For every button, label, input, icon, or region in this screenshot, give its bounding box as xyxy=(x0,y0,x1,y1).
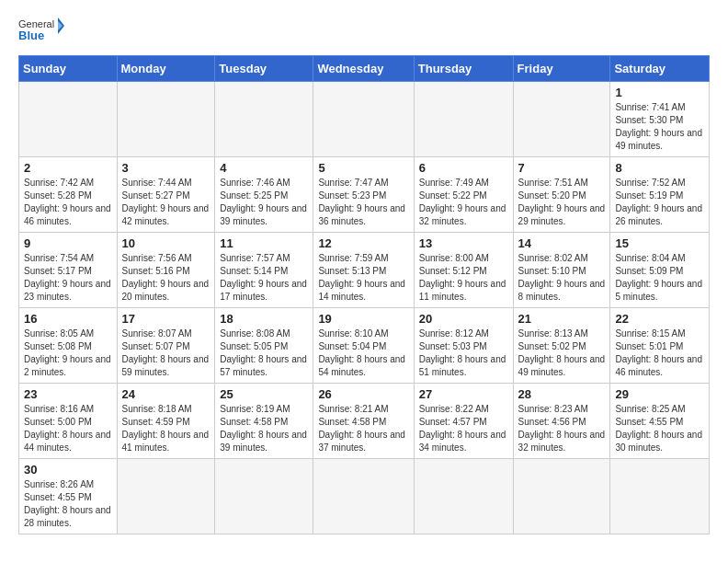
day-info: Sunrise: 8:25 AM Sunset: 4:55 PM Dayligh… xyxy=(615,403,704,454)
day-number: 29 xyxy=(615,387,704,401)
day-cell: 13Sunrise: 8:00 AM Sunset: 5:12 PM Dayli… xyxy=(414,233,513,308)
calendar-table: SundayMondayTuesdayWednesdayThursdayFrid… xyxy=(18,55,710,534)
day-number: 8 xyxy=(615,161,704,175)
day-info: Sunrise: 8:04 AM Sunset: 5:09 PM Dayligh… xyxy=(615,252,704,304)
day-cell xyxy=(414,459,513,534)
day-cell xyxy=(513,459,610,534)
day-cell: 1Sunrise: 7:41 AM Sunset: 5:30 PM Daylig… xyxy=(610,82,710,157)
week-row-1: 1Sunrise: 7:41 AM Sunset: 5:30 PM Daylig… xyxy=(19,82,710,157)
calendar-header-row: SundayMondayTuesdayWednesdayThursdayFrid… xyxy=(19,56,710,82)
day-number: 15 xyxy=(615,236,704,250)
day-info: Sunrise: 8:19 AM Sunset: 4:58 PM Dayligh… xyxy=(220,403,308,454)
day-info: Sunrise: 7:47 AM Sunset: 5:23 PM Dayligh… xyxy=(318,177,408,228)
day-info: Sunrise: 8:10 AM Sunset: 5:04 PM Dayligh… xyxy=(318,327,408,379)
day-cell: 24Sunrise: 8:18 AM Sunset: 4:59 PM Dayli… xyxy=(117,384,215,459)
week-row-4: 16Sunrise: 8:05 AM Sunset: 5:08 PM Dayli… xyxy=(19,308,710,384)
col-header-wednesday: Wednesday xyxy=(313,56,414,82)
col-header-tuesday: Tuesday xyxy=(215,56,313,82)
day-info: Sunrise: 8:00 AM Sunset: 5:12 PM Dayligh… xyxy=(419,252,508,304)
day-number: 19 xyxy=(318,312,408,326)
day-info: Sunrise: 7:54 AM Sunset: 5:17 PM Dayligh… xyxy=(24,252,112,304)
day-cell: 29Sunrise: 8:25 AM Sunset: 4:55 PM Dayli… xyxy=(610,384,710,459)
day-info: Sunrise: 7:42 AM Sunset: 5:28 PM Dayligh… xyxy=(24,177,112,228)
day-cell xyxy=(215,459,313,534)
day-cell: 17Sunrise: 8:07 AM Sunset: 5:07 PM Dayli… xyxy=(117,308,215,384)
day-info: Sunrise: 7:57 AM Sunset: 5:14 PM Dayligh… xyxy=(220,252,308,304)
day-number: 27 xyxy=(419,387,508,401)
day-cell: 27Sunrise: 8:22 AM Sunset: 4:57 PM Dayli… xyxy=(414,384,513,459)
day-cell xyxy=(215,82,313,157)
day-info: Sunrise: 8:07 AM Sunset: 5:07 PM Dayligh… xyxy=(122,327,210,379)
col-header-friday: Friday xyxy=(513,56,610,82)
day-info: Sunrise: 7:41 AM Sunset: 5:30 PM Dayligh… xyxy=(615,101,704,153)
day-cell xyxy=(414,82,513,157)
page: General Blue SundayMondayTuesdayWednesda… xyxy=(0,0,728,553)
col-header-monday: Monday xyxy=(117,56,215,82)
day-cell: 3Sunrise: 7:44 AM Sunset: 5:27 PM Daylig… xyxy=(117,157,215,233)
day-cell: 12Sunrise: 7:59 AM Sunset: 5:13 PM Dayli… xyxy=(313,233,414,308)
day-info: Sunrise: 8:02 AM Sunset: 5:10 PM Dayligh… xyxy=(518,252,606,304)
day-info: Sunrise: 7:52 AM Sunset: 5:19 PM Dayligh… xyxy=(615,177,704,228)
day-number: 14 xyxy=(518,236,606,250)
day-info: Sunrise: 8:05 AM Sunset: 5:08 PM Dayligh… xyxy=(24,327,112,379)
day-cell xyxy=(117,459,215,534)
day-cell: 5Sunrise: 7:47 AM Sunset: 5:23 PM Daylig… xyxy=(313,157,414,233)
day-info: Sunrise: 8:13 AM Sunset: 5:02 PM Dayligh… xyxy=(518,327,606,379)
day-cell xyxy=(19,82,118,157)
day-cell: 10Sunrise: 7:56 AM Sunset: 5:16 PM Dayli… xyxy=(117,233,215,308)
day-number: 22 xyxy=(615,312,704,326)
day-cell: 8Sunrise: 7:52 AM Sunset: 5:19 PM Daylig… xyxy=(610,157,710,233)
day-info: Sunrise: 8:22 AM Sunset: 4:57 PM Dayligh… xyxy=(419,403,508,454)
day-number: 16 xyxy=(24,312,112,326)
day-info: Sunrise: 7:56 AM Sunset: 5:16 PM Dayligh… xyxy=(122,252,210,304)
day-info: Sunrise: 8:08 AM Sunset: 5:05 PM Dayligh… xyxy=(220,327,308,379)
day-cell: 25Sunrise: 8:19 AM Sunset: 4:58 PM Dayli… xyxy=(215,384,313,459)
logo: General Blue xyxy=(18,15,64,46)
day-cell: 22Sunrise: 8:15 AM Sunset: 5:01 PM Dayli… xyxy=(610,308,710,384)
day-cell xyxy=(313,82,414,157)
day-number: 26 xyxy=(318,387,408,401)
day-number: 3 xyxy=(122,161,210,175)
day-number: 10 xyxy=(122,236,210,250)
week-row-3: 9Sunrise: 7:54 AM Sunset: 5:17 PM Daylig… xyxy=(19,233,710,308)
day-number: 5 xyxy=(318,161,408,175)
week-row-2: 2Sunrise: 7:42 AM Sunset: 5:28 PM Daylig… xyxy=(19,157,710,233)
day-info: Sunrise: 8:21 AM Sunset: 4:58 PM Dayligh… xyxy=(318,403,408,454)
week-row-6: 30Sunrise: 8:26 AM Sunset: 4:55 PM Dayli… xyxy=(19,459,710,534)
day-info: Sunrise: 8:12 AM Sunset: 5:03 PM Dayligh… xyxy=(419,327,508,379)
day-info: Sunrise: 7:49 AM Sunset: 5:22 PM Dayligh… xyxy=(419,177,508,228)
day-number: 23 xyxy=(24,387,112,401)
day-number: 20 xyxy=(419,312,508,326)
day-cell: 20Sunrise: 8:12 AM Sunset: 5:03 PM Dayli… xyxy=(414,308,513,384)
day-number: 17 xyxy=(122,312,210,326)
day-cell: 15Sunrise: 8:04 AM Sunset: 5:09 PM Dayli… xyxy=(610,233,710,308)
day-number: 24 xyxy=(122,387,210,401)
day-number: 4 xyxy=(220,161,308,175)
week-row-5: 23Sunrise: 8:16 AM Sunset: 5:00 PM Dayli… xyxy=(19,384,710,459)
day-number: 18 xyxy=(220,312,308,326)
day-cell xyxy=(117,82,215,157)
day-info: Sunrise: 8:16 AM Sunset: 5:00 PM Dayligh… xyxy=(24,403,112,454)
day-number: 2 xyxy=(24,161,112,175)
day-cell: 28Sunrise: 8:23 AM Sunset: 4:56 PM Dayli… xyxy=(513,384,610,459)
day-info: Sunrise: 7:46 AM Sunset: 5:25 PM Dayligh… xyxy=(220,177,308,228)
day-cell: 18Sunrise: 8:08 AM Sunset: 5:05 PM Dayli… xyxy=(215,308,313,384)
day-number: 25 xyxy=(220,387,308,401)
generalblue-logo-icon: General Blue xyxy=(18,15,64,46)
day-number: 11 xyxy=(220,236,308,250)
day-cell: 7Sunrise: 7:51 AM Sunset: 5:20 PM Daylig… xyxy=(513,157,610,233)
day-cell xyxy=(313,459,414,534)
day-info: Sunrise: 8:26 AM Sunset: 4:55 PM Dayligh… xyxy=(24,478,112,530)
day-number: 7 xyxy=(518,161,606,175)
col-header-thursday: Thursday xyxy=(414,56,513,82)
day-info: Sunrise: 8:23 AM Sunset: 4:56 PM Dayligh… xyxy=(518,403,606,454)
day-info: Sunrise: 7:44 AM Sunset: 5:27 PM Dayligh… xyxy=(122,177,210,228)
day-cell: 9Sunrise: 7:54 AM Sunset: 5:17 PM Daylig… xyxy=(19,233,118,308)
day-number: 9 xyxy=(24,236,112,250)
day-cell xyxy=(513,82,610,157)
day-number: 6 xyxy=(419,161,508,175)
day-info: Sunrise: 8:18 AM Sunset: 4:59 PM Dayligh… xyxy=(122,403,210,454)
day-number: 1 xyxy=(615,86,704,99)
day-cell: 26Sunrise: 8:21 AM Sunset: 4:58 PM Dayli… xyxy=(313,384,414,459)
day-number: 21 xyxy=(518,312,606,326)
